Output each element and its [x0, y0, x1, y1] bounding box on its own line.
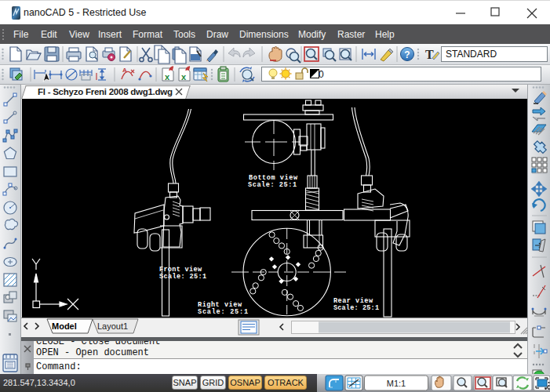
svg-text:x: x	[165, 72, 170, 82]
svg-text:Layout1: Layout1	[97, 321, 128, 331]
svg-text:Model: Model	[52, 321, 77, 331]
svg-text:T: T	[425, 48, 434, 61]
svg-text:M1:1: M1:1	[387, 379, 406, 388]
svg-text:Scale: 25:1: Scale: 25:1	[159, 273, 206, 281]
svg-text:?: ?	[404, 49, 410, 60]
svg-text:Scale: 25:1: Scale: 25:1	[248, 181, 297, 189]
svg-text:x: x	[181, 72, 187, 82]
svg-text:A: A	[122, 67, 127, 74]
svg-text:Scale: 25:1: Scale: 25:1	[333, 304, 379, 312]
svg-text:Scale: 25:1: Scale: 25:1	[198, 308, 248, 316]
